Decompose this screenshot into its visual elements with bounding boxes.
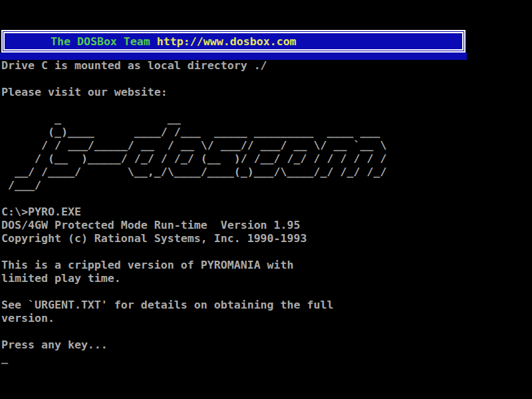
- terminal-line: [1, 245, 386, 259]
- terminal-line: [1, 285, 386, 299]
- jsdos-ascii-logo-line: __/ /____/ \__,_/\____/____(_)___/\____/…: [1, 166, 386, 179]
- terminal-line: [1, 192, 386, 205]
- copyright-line: Copyright (c) Rational Systems, Inc. 199…: [1, 232, 386, 245]
- jsdos-ascii-logo-line: / / ___/_____/ __ / __ \/ ___// ___/ __ …: [1, 139, 386, 152]
- dosbox-team-label: The DOSBox Team: [51, 35, 150, 48]
- command-prompt-line: C:\>PYRO.EXE: [1, 205, 386, 219]
- crippled-version-line-1: This is a crippled version of PYROMANIA …: [1, 259, 386, 272]
- terminal-line: [1, 72, 386, 86]
- urgent-txt-line-2: version.: [1, 312, 386, 325]
- jsdos-ascii-logo-line: (_)____ ____/ /___ _____ _________ ____ …: [1, 126, 386, 139]
- dosbox-website-url: http://www.dosbox.com: [157, 35, 297, 48]
- dos4gw-version-line: DOS/4GW Protected Mode Run-time Version …: [1, 219, 386, 232]
- jsdos-ascii-logo-line: _ __: [1, 112, 386, 126]
- text-cursor: _: [1, 352, 386, 365]
- terminal-output: Drive C is mounted as local directory ./…: [1, 59, 386, 365]
- crippled-version-line-2: limited play time.: [1, 272, 386, 285]
- dos-screen[interactable]: The DOSBox Teamhttp://www.dosbox.com Dri…: [0, 0, 532, 399]
- terminal-line: [1, 99, 386, 112]
- jsdos-ascii-logo-line: /___/: [1, 179, 386, 192]
- jsdos-ascii-logo-line: / (__ )_____/ /_/ / /_/ (__ )/ /__/ /_/ …: [1, 152, 386, 166]
- terminal-line: [1, 325, 386, 338]
- urgent-txt-line-1: See `URGENT.TXT' for details on obtainin…: [1, 299, 386, 312]
- dosbox-banner: The DOSBox Teamhttp://www.dosbox.com: [1, 30, 466, 53]
- drive-mount-message: Drive C is mounted as local directory ./: [1, 59, 386, 72]
- press-any-key-message: Press any key...: [1, 338, 386, 352]
- website-message: Please visit our website:: [1, 86, 386, 99]
